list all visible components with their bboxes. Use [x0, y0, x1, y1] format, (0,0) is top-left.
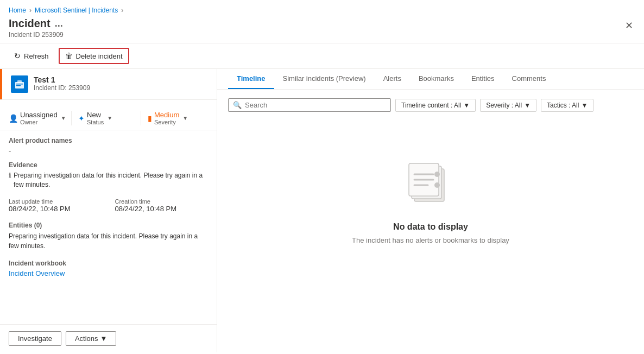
severity-indicator	[0, 69, 2, 99]
tab-similar-incidents[interactable]: Similar incidents (Preview)	[274, 69, 375, 89]
severity-filter-label: Severity : All	[486, 102, 522, 109]
svg-point-11	[434, 182, 440, 188]
toolbar: ↻ Refresh 🗑 Delete incident	[0, 43, 644, 69]
actions-button[interactable]: Actions ▼	[66, 331, 117, 346]
evidence-text: Preparing investigation data for this in…	[14, 171, 208, 189]
close-button[interactable]: ✕	[623, 17, 635, 34]
owner-chevron-icon: ▼	[61, 115, 66, 121]
incident-id-small: Incident ID: 253909	[34, 84, 90, 92]
tab-bookmarks[interactable]: Bookmarks	[410, 69, 463, 89]
timeline-content-label: Timeline content : All	[401, 102, 461, 109]
owner-info: Unassigned Owner	[20, 111, 58, 125]
status-prop[interactable]: ✦ New Status ▼	[71, 111, 138, 125]
delete-incident-button[interactable]: 🗑 Delete incident	[59, 48, 129, 64]
left-panel: Test 1 Incident ID: 253909 👤 Unassigned …	[0, 69, 217, 352]
last-update-value: 08/24/22, 10:48 PM	[9, 205, 102, 213]
owner-prop[interactable]: 👤 Unassigned Owner ▼	[9, 111, 69, 125]
owner-icon: 👤	[9, 114, 18, 123]
last-update-label: Last update time	[9, 198, 102, 205]
refresh-label: Refresh	[24, 52, 49, 60]
alert-product-names-value: -	[9, 147, 208, 155]
breadcrumb-home[interactable]: Home	[9, 7, 26, 14]
severity-prop[interactable]: ▮ Medium Severity ▼	[141, 111, 208, 125]
left-panel-footer: Investigate Actions ▼	[0, 324, 217, 352]
actions-label: Actions	[75, 334, 98, 343]
actions-chevron-icon: ▼	[100, 334, 108, 343]
page-title: Incident	[9, 17, 50, 30]
empty-state: No data to display The incident has no a…	[228, 123, 633, 277]
right-panel: Timeline Similar incidents (Preview) Ale…	[217, 69, 644, 352]
tactics-filter-chevron-icon: ▼	[581, 102, 588, 109]
breadcrumb: Home › Microsoft Sentinel | Incidents ›	[0, 0, 644, 17]
incident-name: Test 1	[34, 75, 90, 84]
last-update-col: Last update time 08/24/22, 10:48 PM	[9, 198, 102, 213]
main-header: Incident ... Incident ID 253909 ✕	[0, 17, 644, 43]
severity-label: Severity	[154, 119, 179, 125]
entities-text: Preparing investigation data for this in…	[9, 231, 208, 251]
timeline-content-chevron-icon: ▼	[463, 102, 470, 109]
evidence-row: ℹ Preparing investigation data for this …	[9, 171, 208, 189]
empty-state-subtitle: The incident has no alerts or bookmarks …	[352, 236, 509, 244]
severity-filter-chevron-icon: ▼	[524, 102, 531, 109]
owner-label: Owner	[20, 119, 58, 125]
creation-value: 08/24/22, 10:48 PM	[115, 205, 209, 213]
svg-point-10	[434, 172, 440, 177]
delete-label: Delete incident	[76, 52, 123, 60]
severity-info: Medium Severity	[154, 111, 179, 125]
incident-info: Test 1 Incident ID: 253909	[34, 75, 90, 92]
svg-rect-3	[16, 85, 21, 86]
breadcrumb-sentinel[interactable]: Microsoft Sentinel | Incidents	[35, 7, 118, 14]
severity-chevron-icon: ▼	[182, 115, 188, 121]
empty-state-icon	[403, 155, 458, 211]
delete-icon: 🗑	[65, 52, 73, 60]
status-info: New Status	[87, 111, 104, 125]
content-area: Test 1 Incident ID: 253909 👤 Unassigned …	[0, 69, 644, 352]
status-icon: ✦	[78, 114, 85, 123]
properties-row: 👤 Unassigned Owner ▼ ✦ New Status ▼ ▮ Me…	[0, 106, 217, 130]
tactics-filter-label: Tactics : All	[547, 102, 579, 109]
workbook-label: Incident workbook	[9, 260, 208, 267]
search-box[interactable]: 🔍	[228, 98, 391, 112]
incident-overview-link[interactable]: Incident Overview	[9, 269, 65, 277]
page-title-row: Incident ...	[9, 17, 623, 30]
status-chevron-icon: ▼	[107, 115, 112, 121]
investigate-button[interactable]: Investigate	[9, 331, 61, 346]
tab-content: 🔍 Timeline content : All ▼ Severity : Al…	[217, 90, 644, 352]
search-input[interactable]	[245, 101, 386, 109]
timeline-content-filter[interactable]: Timeline content : All ▼	[395, 99, 476, 112]
search-icon: 🔍	[233, 101, 242, 109]
tab-alerts[interactable]: Alerts	[375, 69, 410, 89]
severity-icon: ▮	[148, 114, 152, 123]
tab-entities[interactable]: Entities	[463, 69, 503, 89]
incident-id-label: Incident ID 253909	[9, 31, 623, 39]
creation-col: Creation time 08/24/22, 10:48 PM	[115, 198, 209, 213]
severity-filter[interactable]: Severity : All ▼	[480, 99, 536, 112]
incident-icon	[11, 75, 28, 93]
left-panel-details: Alert product names - Evidence ℹ Prepari…	[0, 130, 217, 324]
tactics-filter[interactable]: Tactics : All ▼	[541, 99, 594, 112]
svg-rect-2	[16, 84, 23, 85]
header-left: Incident ... Incident ID 253909	[9, 17, 623, 39]
refresh-icon: ↻	[14, 52, 21, 60]
dates-row: Last update time 08/24/22, 10:48 PM Crea…	[9, 198, 208, 213]
breadcrumb-sep2: ›	[121, 7, 123, 14]
incident-header: Test 1 Incident ID: 253909	[0, 69, 217, 100]
severity-value: Medium	[154, 111, 179, 119]
owner-value: Unassigned	[20, 111, 58, 119]
creation-label: Creation time	[115, 198, 209, 205]
filter-row: 🔍 Timeline content : All ▼ Severity : Al…	[228, 98, 633, 112]
svg-rect-1	[17, 80, 22, 83]
alert-product-names-label: Alert product names	[9, 137, 208, 144]
tab-comments[interactable]: Comments	[503, 69, 555, 89]
tab-timeline[interactable]: Timeline	[228, 69, 274, 89]
refresh-button[interactable]: ↻ Refresh	[9, 49, 54, 63]
status-label: Status	[87, 119, 104, 125]
more-options-icon[interactable]: ...	[55, 18, 63, 29]
breadcrumb-sep1: ›	[29, 7, 31, 14]
evidence-label: Evidence	[9, 161, 208, 169]
tabs-bar: Timeline Similar incidents (Preview) Ale…	[217, 69, 644, 90]
status-value: New	[87, 111, 104, 119]
entities-label: Entities (0)	[9, 222, 208, 229]
empty-state-title: No data to display	[393, 222, 468, 232]
info-icon: ℹ	[9, 172, 11, 179]
